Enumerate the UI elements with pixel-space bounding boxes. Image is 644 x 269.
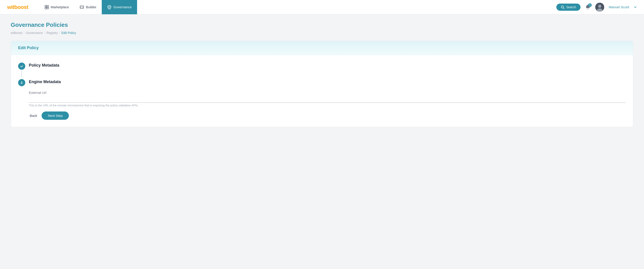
back-button[interactable]: Back: [29, 112, 38, 119]
next-step-button[interactable]: Next Step: [42, 111, 69, 120]
breadcrumb-sep-1: /: [24, 31, 24, 35]
nav-marketplace-label: Marketplace: [51, 5, 69, 9]
external-url-hint: This is the URL of the remote microservi…: [29, 104, 626, 107]
svg-rect-2: [45, 7, 46, 9]
nav-item-marketplace[interactable]: Marketplace: [39, 0, 74, 14]
navbar: witboost Marketplace Builder: [0, 0, 644, 14]
breadcrumb-edit-policy: Edit Policy: [62, 31, 76, 35]
breadcrumb-registry[interactable]: Registry: [46, 31, 58, 35]
step-policy-metadata: Policy Metadata: [18, 62, 626, 70]
page-title: Governance Policies: [11, 21, 633, 28]
step-engine-metadata: 2 Engine Metadata: [18, 79, 626, 86]
svg-rect-3: [47, 7, 48, 9]
step-2-label: Engine Metadata: [29, 79, 61, 84]
nav-governance-label: Governance: [113, 5, 132, 9]
step-1-completed-icon: [18, 62, 25, 70]
shield-icon: [107, 5, 112, 9]
nav-item-governance[interactable]: Governance: [102, 0, 137, 14]
svg-rect-0: [45, 5, 46, 7]
avatar-image: [595, 3, 604, 12]
form-section: External Url This is the URL of the remo…: [18, 86, 626, 120]
chevron-down-icon[interactable]: [634, 5, 637, 9]
nav-builder-label: Builder: [86, 5, 96, 9]
svg-rect-1: [47, 5, 48, 7]
step-container: Policy Metadata 2 Engine Metadata Extern…: [18, 62, 626, 120]
external-url-label: External Url: [29, 91, 626, 94]
breadcrumb-sep-2: /: [44, 31, 45, 35]
search-button[interactable]: Search: [556, 3, 580, 11]
external-url-input[interactable]: [29, 96, 626, 103]
svg-line-6: [563, 8, 564, 9]
avatar[interactable]: [595, 3, 604, 12]
brand-logo[interactable]: witboost: [7, 4, 28, 10]
form-buttons: Back Next Step: [29, 111, 626, 120]
step-connector: [22, 71, 22, 78]
edit-policy-card: Edit Policy Policy Metadata 2: [11, 41, 633, 127]
grid-icon: [44, 5, 49, 9]
code-icon: [80, 5, 84, 9]
user-name[interactable]: Manuel Scurti: [609, 5, 629, 9]
notification-badge: 1: [588, 3, 592, 7]
page-content: Governance Policies witboost / Governanc…: [0, 14, 644, 134]
search-icon: [561, 5, 564, 9]
breadcrumb: witboost / Governance / Registry / Edit …: [11, 31, 633, 35]
step-1-label: Policy Metadata: [29, 62, 59, 68]
card-body: Policy Metadata 2 Engine Metadata Extern…: [11, 55, 633, 127]
breadcrumb-sep-3: /: [59, 31, 60, 35]
notification-bell[interactable]: 1: [585, 4, 591, 10]
card-header-title: Edit Policy: [18, 45, 39, 50]
external-url-field: External Url This is the URL of the remo…: [29, 91, 626, 107]
card-header: Edit Policy: [11, 41, 633, 55]
search-label: Search: [566, 5, 576, 9]
nav-item-builder[interactable]: Builder: [74, 0, 102, 14]
breadcrumb-governance[interactable]: Governance: [26, 31, 43, 35]
navbar-right: Search 1 Manuel Scurti: [556, 3, 637, 12]
svg-point-8: [598, 5, 601, 8]
breadcrumb-witboost[interactable]: witboost: [11, 31, 22, 35]
nav-items: Marketplace Builder Governance: [39, 0, 556, 14]
step-2-number-icon: 2: [18, 79, 25, 86]
